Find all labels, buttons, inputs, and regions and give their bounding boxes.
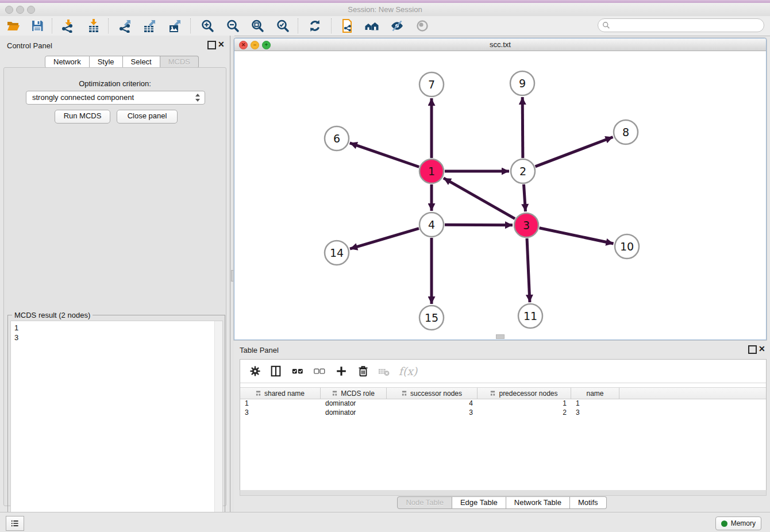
column-type-icon [402, 391, 407, 396]
graph-edge-4-3[interactable] [445, 225, 513, 225]
mcds-result-group: MCDS result (2 nodes) 1 3 [7, 315, 225, 532]
table-cell[interactable]: 1 [240, 399, 321, 408]
task-history-button[interactable] [6, 516, 24, 531]
eye-slash-icon [390, 19, 404, 33]
table-cell[interactable]: 3 [240, 408, 321, 417]
memory-button[interactable]: Memory [715, 516, 761, 530]
network-window-titlebar[interactable]: ✕ − + scc.txt [234, 38, 766, 51]
show-columns-button[interactable] [269, 364, 283, 378]
table-row[interactable]: 1dominator411 [240, 399, 766, 408]
memory-label: Memory [731, 519, 756, 527]
export-image-button[interactable] [167, 18, 182, 33]
open-folder-icon [6, 19, 20, 33]
optimization-criterion-dropdown[interactable]: strongly connected component [26, 91, 205, 105]
tab-edge-table[interactable]: Edge Table [452, 496, 506, 509]
gear-icon [249, 365, 261, 377]
close-panel-button[interactable]: Close panel [117, 110, 178, 124]
open-session-button[interactable] [6, 18, 21, 33]
tab-motifs[interactable]: Motifs [570, 496, 607, 509]
tab-select[interactable]: Select [123, 56, 160, 68]
show-all-button[interactable] [415, 18, 430, 33]
search-input[interactable] [613, 20, 759, 31]
table-cell[interactable]: 1 [478, 399, 571, 408]
network-canvas[interactable]: 7968124314101511 [234, 51, 766, 340]
dropdown-stepper-icon [195, 93, 201, 102]
deselect-all-rows-button[interactable] [313, 364, 326, 378]
refresh-icon [308, 19, 322, 33]
zoom-out-button[interactable] [225, 18, 240, 33]
delete-column-button[interactable] [356, 364, 370, 378]
export-table-button[interactable] [142, 18, 157, 33]
table-cell[interactable]: dominator [321, 408, 387, 417]
graph-edge-2-3[interactable] [523, 184, 525, 211]
graph-edge-4-14[interactable] [350, 229, 419, 249]
graph-node-label: 4 [428, 218, 435, 231]
tab-node-table[interactable]: Node Table [397, 496, 452, 509]
network-maximize-button[interactable]: + [262, 41, 271, 49]
close-table-panel-icon[interactable]: ✕ [759, 345, 765, 353]
table-cell[interactable]: dominator [321, 399, 387, 408]
zoom-selected-button[interactable] [275, 18, 290, 33]
float-panel-icon[interactable] [207, 41, 216, 49]
mcds-result-textarea[interactable]: 1 3 [10, 321, 223, 531]
graph-node-label: 6 [333, 132, 340, 145]
tab-mcds[interactable]: MCDS [160, 56, 199, 68]
search-field[interactable] [598, 18, 764, 32]
network-minimize-button[interactable]: − [251, 41, 259, 49]
zoom-in-button[interactable] [200, 18, 215, 33]
column-header-name[interactable]: name [571, 388, 619, 399]
network-from-selection-button[interactable] [340, 18, 355, 33]
table-cell[interactable]: 1 [571, 399, 619, 408]
table-cell[interactable]: 4 [387, 399, 478, 408]
zoom-fit-button[interactable] [250, 18, 265, 33]
main-toolbar [0, 16, 770, 36]
network-graph[interactable]: 7968124314101511 [234, 51, 766, 340]
close-window-button[interactable] [5, 6, 13, 14]
import-network-button[interactable] [60, 18, 75, 33]
float-table-panel-icon[interactable] [748, 345, 757, 354]
eye-disabled-icon [415, 19, 429, 33]
graph-edge-3-11[interactable] [527, 238, 530, 302]
table-cell[interactable]: 3 [571, 408, 619, 417]
import-table-button[interactable] [86, 18, 101, 33]
graph-node-label: 1 [428, 165, 435, 178]
zoom-in-icon [201, 19, 214, 33]
unchecked-boxes-icon [313, 365, 326, 377]
network-close-button[interactable]: ✕ [239, 41, 248, 49]
graph-edge-2-9[interactable] [522, 97, 523, 158]
mcds-panel: Optimization criterion: strongly connect… [3, 67, 226, 506]
horizontal-splitter-grip[interactable] [496, 334, 505, 339]
table-row[interactable]: 3dominator323 [240, 408, 766, 417]
minimize-window-button[interactable] [16, 6, 24, 14]
column-header-successor-nodes[interactable]: successor nodes [387, 388, 478, 399]
table-settings-button[interactable] [248, 364, 262, 378]
graph-edge-2-8[interactable] [536, 137, 613, 167]
mcds-result-title: MCDS result (2 nodes) [12, 311, 93, 319]
graph-edge-3-1[interactable] [444, 178, 515, 219]
tab-network-table[interactable]: Network Table [506, 496, 570, 509]
tab-network[interactable]: Network [45, 56, 90, 68]
graph-edge-3-10[interactable] [540, 228, 614, 244]
hide-selected-button[interactable] [390, 18, 405, 33]
save-session-button[interactable] [30, 18, 45, 33]
run-mcds-button[interactable]: Run MCDS [55, 110, 110, 124]
close-panel-icon[interactable]: ✕ [218, 40, 225, 48]
table-cell[interactable]: 2 [478, 408, 571, 417]
graph-edge-1-6[interactable] [350, 143, 419, 167]
column-header-MCDS-role[interactable]: MCDS role [321, 388, 387, 399]
column-header-shared-name[interactable]: shared name [240, 388, 321, 399]
column-type-icon [256, 391, 261, 396]
result-scrollbar[interactable] [214, 321, 222, 530]
select-all-rows-button[interactable] [291, 364, 305, 378]
add-column-button[interactable] [334, 364, 348, 378]
export-network-button[interactable] [117, 18, 132, 33]
table-cell[interactable]: 3 [387, 408, 478, 417]
columns-icon [270, 365, 282, 377]
delete-table-icon [378, 365, 390, 377]
refresh-button[interactable] [307, 18, 322, 33]
tab-style[interactable]: Style [90, 56, 123, 68]
zoom-window-button[interactable] [27, 6, 35, 14]
graph-node-label: 7 [428, 78, 435, 91]
column-header-predecessor-nodes[interactable]: predecessor nodes [478, 388, 571, 399]
first-neighbors-button[interactable] [364, 18, 379, 33]
